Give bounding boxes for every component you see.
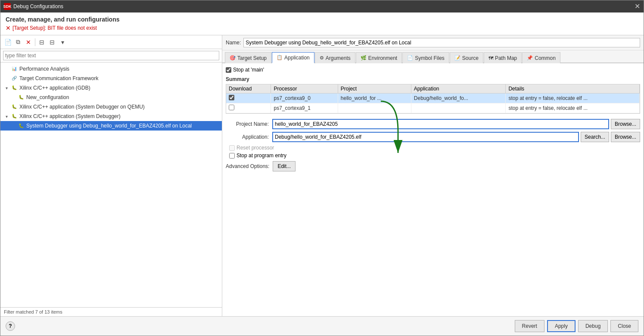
tree-item-label: System Debugger using Debug_hello_world_… xyxy=(26,123,192,129)
selected-config-icon: 🐛 xyxy=(18,122,25,129)
expand-arrow: ▾ xyxy=(6,86,11,90)
config-name-input[interactable] xyxy=(243,38,640,47)
tree-item-xilinx-qemu[interactable]: 🐛 Xilinx C/C++ application (System Debug… xyxy=(0,102,222,112)
stop-at-main-label[interactable]: Stop at 'main' xyxy=(233,67,264,73)
cell-details: stop at entry = false, relocate elf ... xyxy=(506,93,640,103)
source-icon: 📝 xyxy=(454,55,460,61)
tab-label: Environment xyxy=(368,55,397,61)
duplicate-config-button[interactable]: ⧉ xyxy=(13,37,23,47)
name-row: Name: xyxy=(222,35,644,50)
application-browse-button[interactable]: Browse... xyxy=(611,132,640,142)
stop-at-main-checkbox[interactable] xyxy=(226,67,231,73)
project-name-input[interactable] xyxy=(272,119,609,129)
search-button[interactable]: Search... xyxy=(581,132,609,142)
tree-item-label: Xilinx C/C++ application (System Debugge… xyxy=(19,113,121,119)
edit-button[interactable]: Edit... xyxy=(273,161,296,171)
target-setup-icon: 🎯 xyxy=(230,55,236,61)
tree-item-xilinx-gdb[interactable]: ▾ 🐛 Xilinx C/C++ application (GDB) xyxy=(0,83,222,93)
right-panel: Name: 🎯 Target Setup 📋 Application ⚙ Arg… xyxy=(222,35,644,316)
advanced-options-label: Advanced Options: xyxy=(226,163,269,169)
summary-table: Download Processor Project Application D… xyxy=(226,84,640,114)
xilinx-qemu-icon: 🐛 xyxy=(11,103,18,110)
tab-path-map[interactable]: 🗺 Path Map xyxy=(484,52,522,63)
project-browse-button[interactable]: Browse... xyxy=(611,119,640,129)
tree-item-new-configuration[interactable]: 🐛 New_configuration xyxy=(0,93,222,102)
reset-processor-label: Reset processor xyxy=(236,145,274,151)
table-row[interactable]: ps7_cortexa9_1 stop at entry = false, re… xyxy=(226,103,640,113)
collapse-button[interactable]: ⊟ xyxy=(47,37,57,47)
close-button[interactable]: Close xyxy=(610,320,638,332)
close-window-button[interactable]: ✕ xyxy=(635,3,640,10)
error-message: [Target Setup]: BIT file does not exist xyxy=(12,25,97,31)
cell-application: Debug/hello_world_fo... xyxy=(411,93,506,103)
tree-item-label: Target Communication Framework xyxy=(19,75,98,81)
cell-download[interactable] xyxy=(226,103,271,113)
tree-item-label: Xilinx C/C++ application (GDB) xyxy=(19,85,90,91)
tab-environment[interactable]: 🌿 Environment xyxy=(356,52,402,63)
environment-icon: 🌿 xyxy=(361,55,367,61)
table-arrow-container: Download Processor Project Application D… xyxy=(226,84,640,117)
reset-processor-checkbox[interactable] xyxy=(229,145,235,151)
tab-label: Target Setup xyxy=(237,55,267,61)
col-processor: Processor xyxy=(271,84,338,93)
form-area: Project Name: Browse... Application: Sea… xyxy=(226,119,640,142)
tree-item-label: Xilinx C/C++ application (System Debugge… xyxy=(19,104,145,110)
col-details: Details xyxy=(506,84,640,93)
bottom-bar: ? Revert Apply Debug Close xyxy=(0,316,644,336)
filter-button[interactable]: ⊟ xyxy=(37,37,47,47)
application-icon: 📋 xyxy=(277,55,283,60)
arguments-icon: ⚙ xyxy=(320,55,324,61)
application-tab-content: Stop at 'main' Summary Download Processo… xyxy=(222,63,644,316)
tab-label: Common xyxy=(535,55,556,61)
performance-analysis-icon: 📊 xyxy=(11,65,18,72)
filter-box xyxy=(0,49,222,62)
filter-input[interactable] xyxy=(3,51,219,60)
tab-symbol-files[interactable]: 📄 Symbol Files xyxy=(402,52,449,63)
tree-item-performance-analysis[interactable]: 📊 Performance Analysis xyxy=(0,64,222,74)
path-map-icon: 🗺 xyxy=(488,56,493,61)
tab-arguments[interactable]: ⚙ Arguments xyxy=(315,52,355,63)
help-button[interactable]: ? xyxy=(6,321,15,331)
page-title: Create, manage, and run configurations xyxy=(6,16,638,23)
error-icon: ✕ xyxy=(6,25,11,31)
cell-download[interactable] xyxy=(226,93,271,103)
window-title: Debug Configurations xyxy=(13,3,63,9)
application-table: Download Processor Project Application D… xyxy=(226,84,640,113)
table-row[interactable]: ps7_cortexa9_0 hello_world_for ... Debug… xyxy=(226,93,640,103)
advanced-options-row: Advanced Options: Edit... xyxy=(226,161,640,171)
apply-button[interactable]: Apply xyxy=(547,320,576,332)
stop-at-main-row: Stop at 'main' xyxy=(226,67,640,73)
application-input[interactable] xyxy=(272,132,579,142)
col-application: Application xyxy=(411,84,506,93)
left-panel: 📄 ⧉ ✕ ⊟ ⊟ ▾ 📊 Performance Analysis xyxy=(0,35,222,316)
application-field-label: Application: xyxy=(226,134,269,140)
cell-details: stop at entry = false, relocate elf ... xyxy=(506,103,640,113)
project-name-row: Project Name: Browse... xyxy=(226,119,640,129)
tab-target-setup[interactable]: 🎯 Target Setup xyxy=(225,52,271,63)
tab-source[interactable]: 📝 Source xyxy=(450,52,483,63)
tree-item-tcf[interactable]: 🔗 Target Communication Framework xyxy=(0,74,222,83)
tab-application[interactable]: 📋 Application xyxy=(272,52,314,63)
cell-processor: ps7_cortexa9_1 xyxy=(271,103,338,113)
title-bar: SDK Debug Configurations ✕ xyxy=(0,0,644,12)
name-label: Name: xyxy=(226,40,241,46)
settings-button[interactable]: ▾ xyxy=(58,37,67,47)
debug-button[interactable]: Debug xyxy=(578,320,608,332)
app-icon: SDK xyxy=(4,3,11,10)
tree-item-xilinx-sd[interactable]: ▾ 🐛 Xilinx C/C++ application (System Deb… xyxy=(0,112,222,121)
tab-label: Arguments xyxy=(326,55,351,61)
project-name-label: Project Name: xyxy=(226,121,269,127)
new-config-button[interactable]: 📄 xyxy=(3,37,12,47)
delete-config-button[interactable]: ✕ xyxy=(24,37,33,47)
tab-common[interactable]: 📌 Common xyxy=(522,52,560,63)
bottom-left: ? xyxy=(6,321,15,331)
stop-at-entry-checkbox[interactable] xyxy=(229,153,235,159)
tabs-row: 🎯 Target Setup 📋 Application ⚙ Arguments… xyxy=(222,50,644,63)
tree-item-selected-config[interactable]: 🐛 System Debugger using Debug_hello_worl… xyxy=(0,121,222,131)
common-icon: 📌 xyxy=(527,55,533,61)
xilinx-sd-icon: 🐛 xyxy=(11,113,18,120)
tab-label: Source xyxy=(462,55,479,61)
tree-area: 📊 Performance Analysis 🔗 Target Communic… xyxy=(0,62,222,307)
revert-button[interactable]: Revert xyxy=(515,320,544,332)
tab-label: Application xyxy=(284,55,310,61)
